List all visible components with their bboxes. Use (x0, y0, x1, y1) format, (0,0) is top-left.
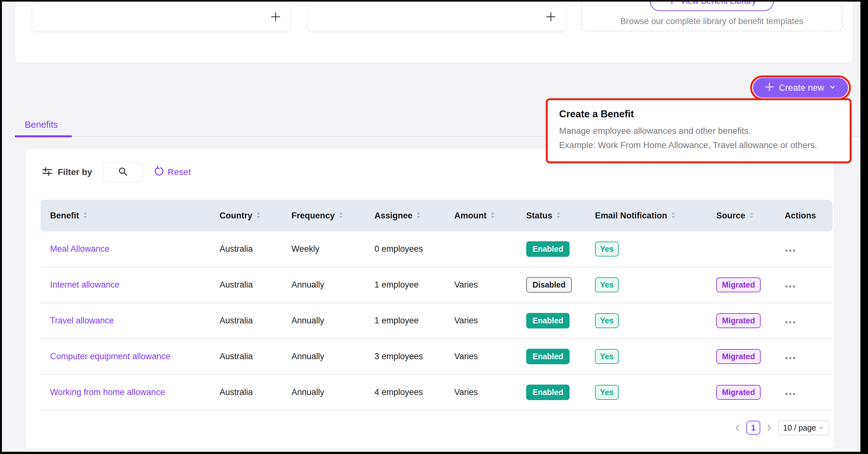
cell-frequency: Annually (282, 388, 365, 397)
sort-icon (671, 211, 675, 221)
table-row: Internet allowance Australia Annually 1 … (40, 267, 833, 303)
benefit-library-card: View Benefit Library Browse our complete… (581, 2, 842, 31)
source-badge: Migrated (716, 277, 761, 292)
column-header-benefit[interactable]: Benefit (40, 211, 210, 221)
create-new-label: Create new (779, 83, 824, 93)
email-notification-badge: Yes (595, 313, 619, 328)
filter-bar: Filter by Reset (42, 161, 191, 183)
screenshot-frame: View Benefit Library Browse our complete… (0, 0, 868, 454)
cell-frequency: Annually (282, 351, 365, 362)
cell-assignee: 1 employee (365, 280, 445, 290)
add-benefit-card-2[interactable] (308, 4, 566, 31)
cell-frequency: Weekly (282, 244, 365, 254)
sort-icon (490, 211, 495, 221)
tab-active-underline (15, 135, 72, 137)
table-row: Computer equipment allowance Australia A… (40, 339, 833, 375)
benefit-link[interactable]: Meal Allowance (50, 244, 110, 254)
create-new-button[interactable]: Create new (753, 78, 848, 98)
table-row: Meal Allowance Australia Weekly 0 employ… (40, 231, 833, 267)
status-badge: Enabled (526, 349, 569, 364)
cell-amount: Varies (445, 351, 517, 362)
benefit-link[interactable]: Internet allowance (50, 280, 119, 289)
column-header-status[interactable]: Status (517, 211, 585, 221)
cell-frequency: Annually (282, 280, 365, 290)
filter-by-label: Filter by (58, 167, 92, 177)
sort-icon (339, 211, 343, 221)
benefits-table-card: Filter by Reset (25, 149, 834, 449)
benefit-link[interactable]: Working from home allowance (50, 388, 165, 397)
plus-icon (668, 2, 676, 7)
cell-country: Australia (210, 316, 282, 325)
reset-filters-button[interactable]: Reset (154, 166, 191, 178)
page-size-value: 10 / page (783, 423, 816, 432)
previous-page-icon[interactable] (734, 424, 741, 432)
benefit-templates-panel: View Benefit Library Browse our complete… (15, 2, 853, 63)
cell-country: Australia (210, 351, 282, 362)
next-page-icon[interactable] (766, 424, 772, 432)
cell-country: Australia (210, 280, 282, 290)
source-badge: Migrated (716, 349, 761, 364)
cell-assignee: 4 employees (365, 388, 445, 397)
column-header-email-notification[interactable]: Email Notification (585, 211, 707, 221)
column-header-actions: Actions (775, 211, 833, 221)
search-input[interactable] (103, 162, 143, 182)
page-size-select[interactable]: 10 / page (778, 420, 829, 435)
annotation-callout: Create a Benefit Manage employee allowan… (546, 98, 851, 163)
sort-icon (416, 211, 421, 221)
cell-assignee: 3 employees (365, 351, 445, 362)
email-notification-badge: Yes (595, 277, 619, 292)
cell-amount: Varies (445, 388, 517, 397)
plus-icon (765, 82, 774, 94)
status-badge: Enabled (526, 385, 569, 400)
column-header-frequency[interactable]: Frequency (282, 211, 365, 221)
plus-icon (270, 11, 281, 24)
sort-icon (83, 211, 87, 221)
sort-icon (556, 211, 561, 221)
more-actions-icon[interactable] (785, 285, 795, 288)
cell-country: Australia (210, 388, 282, 397)
benefit-link[interactable]: Computer equipment allowance (50, 351, 170, 361)
page-background: View Benefit Library Browse our complete… (2, 2, 860, 452)
sort-icon (256, 211, 261, 221)
status-badge: Enabled (526, 241, 569, 257)
column-header-source[interactable]: Source (707, 211, 775, 221)
table-row: Travel allowance Australia Annually 1 em… (40, 303, 833, 339)
source-badge: Migrated (716, 385, 761, 400)
view-benefit-library-button[interactable]: View Benefit Library (650, 2, 774, 11)
more-actions-icon[interactable] (785, 393, 795, 395)
cell-amount: Varies (445, 280, 517, 290)
table-row: Working from home allowance Australia An… (40, 375, 833, 410)
search-icon (118, 166, 128, 178)
more-actions-icon[interactable] (785, 357, 795, 359)
benefit-link[interactable]: Travel allowance (50, 316, 114, 325)
reset-label: Reset (167, 167, 191, 177)
column-header-assignee[interactable]: Assignee (365, 211, 445, 221)
pagination: 1 10 / page (734, 420, 829, 435)
sort-icon (749, 211, 754, 221)
more-actions-icon[interactable] (785, 250, 795, 252)
callout-title: Create a Benefit (559, 108, 838, 120)
status-badge: Disabled (526, 277, 572, 293)
column-header-country[interactable]: Country (210, 211, 282, 221)
cell-amount: Varies (445, 316, 517, 325)
cell-frequency: Annually (282, 316, 365, 325)
cell-assignee: 1 employee (365, 316, 445, 325)
tab-benefits[interactable]: Benefits (25, 119, 58, 130)
column-header-amount[interactable]: Amount (445, 211, 517, 221)
cell-assignee: 0 employees (365, 244, 445, 254)
view-benefit-library-label: View Benefit Library (680, 2, 756, 6)
more-actions-icon[interactable] (785, 321, 795, 323)
callout-line-2: Example: Work From Home Allowance, Trave… (559, 138, 838, 152)
reset-icon (154, 166, 164, 178)
email-notification-badge: Yes (595, 349, 619, 364)
page-number-button[interactable]: 1 (746, 421, 760, 435)
library-caption: Browse our complete library of benefit t… (582, 17, 842, 26)
benefits-table: Benefit Country Frequency Assignee Amoun… (40, 200, 833, 410)
email-notification-badge: Yes (595, 242, 619, 256)
email-notification-badge: Yes (595, 385, 619, 400)
add-benefit-card-1[interactable] (32, 4, 291, 31)
chevron-down-icon (829, 83, 836, 93)
filter-sliders-icon (42, 166, 53, 178)
cell-country: Australia (210, 244, 282, 254)
table-header-row: Benefit Country Frequency Assignee Amoun… (40, 200, 833, 231)
